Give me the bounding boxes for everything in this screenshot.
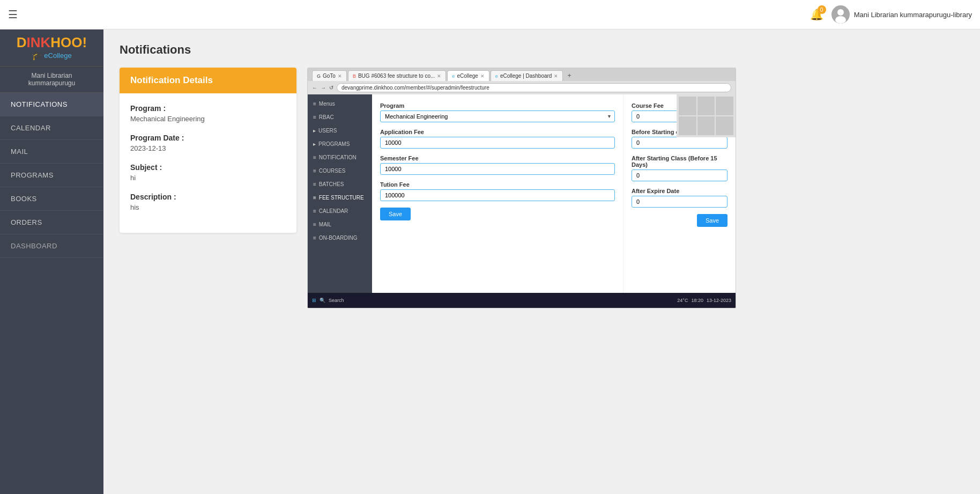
tab-favicon: G — [317, 73, 321, 79]
fee-form-save-button[interactable]: Save — [380, 208, 411, 220]
reload-icon[interactable]: ↺ — [329, 85, 333, 91]
content-area: Notifications Notification Details Progr… — [103, 30, 980, 494]
new-tab-icon[interactable]: + — [564, 71, 574, 80]
sidebar-item-dashboard[interactable]: Dashboard — [0, 234, 103, 258]
ecollege-text: eCollege — [44, 51, 71, 60]
tab-label: BUG #6063 fee structure to co... — [358, 73, 435, 79]
address-input[interactable]: devangprime.dinkhoo.com/member/#/superad… — [337, 83, 731, 92]
grid-cell-1 — [679, 97, 696, 115]
inner-sidebar-programs[interactable]: ▸PROGRAMS — [308, 137, 372, 151]
inner-sidebar-batches[interactable]: ≡BATCHES — [308, 178, 372, 191]
grid-cell-5 — [697, 116, 715, 135]
after-expire-input[interactable] — [632, 196, 727, 208]
notification-bell[interactable]: 🔔 0 — [810, 8, 823, 21]
window-controls-overlay — [677, 94, 736, 137]
fee-form-right-save-button[interactable]: Save — [697, 214, 727, 227]
browser-tab-dashboard[interactable]: e eCollege | Dashboard ✕ — [491, 70, 563, 81]
inner-app: ≡Menus ≡RBAC ▸USERS ▸PROGRAMS — [308, 94, 736, 293]
program-select[interactable]: Mechanical Engineering — [380, 110, 615, 122]
subject-row: Subject : hi — [130, 163, 286, 182]
tab-close-icon[interactable]: ✕ — [554, 73, 558, 79]
inner-sidebar-mail[interactable]: ≡MAIL — [308, 218, 372, 231]
tab-close-icon[interactable]: ✕ — [437, 73, 441, 79]
inner-sidebar-menus[interactable]: ≡Menus — [308, 97, 372, 110]
inner-content-body: Program Mechanical Engineering ▼ — [372, 94, 736, 293]
before-starting-input[interactable] — [632, 137, 727, 149]
program-select-wrapper: Mechanical Engineering ▼ — [380, 110, 615, 122]
navbar: ☰ 🔔 0 Mani Librarian kummarapurugu-libra… — [0, 0, 980, 30]
tab-close-icon[interactable]: ✕ — [338, 73, 342, 79]
logo-ink: INK — [27, 34, 51, 50]
date-display: 13-12-2023 — [707, 298, 731, 303]
inner-sidebar-rbac[interactable]: ≡RBAC — [308, 110, 372, 124]
sidebar-item-mail[interactable]: MAIL — [0, 140, 103, 164]
graduation-hat-icon: 🎓 — [32, 50, 42, 61]
inner-sidebar-users[interactable]: ▸USERS — [308, 124, 372, 137]
menu-toggle-icon[interactable]: ☰ — [8, 8, 18, 21]
notification-details-card: Notification Details Program : Mechanica… — [120, 68, 296, 233]
inner-sidebar-fee-structure[interactable]: ≡FEE STRUCTURE — [308, 191, 372, 204]
after-starting-label: After Starting Class (Before 15 Days) — [632, 155, 727, 168]
screenshot-container: G GoTo ✕ B BUG #6063 fee structure to co… — [307, 68, 736, 308]
inner-sidebar-courses[interactable]: ≡COURSES — [308, 164, 372, 178]
main-layout: DINKHOO! 🎓 eCollege Mani Librarian kumma… — [0, 30, 980, 494]
form-group-app-fee: Application Fee — [380, 129, 615, 149]
semester-fee-input[interactable] — [380, 163, 615, 175]
tab-close-icon[interactable]: ✕ — [480, 73, 485, 79]
semester-fee-label: Semester Fee — [380, 155, 615, 161]
user-name: Mani Librarian kummarapurugu-library — [854, 11, 972, 19]
browser-tab-bug[interactable]: B BUG #6063 fee structure to co... ✕ — [348, 70, 446, 81]
logo-ecollege: 🎓 eCollege — [32, 50, 71, 61]
sidebar-item-notifications[interactable]: NOTIFICATIONS — [0, 93, 103, 116]
program-value: Mechanical Engineering — [130, 115, 286, 123]
windows-icon[interactable]: ⊞ — [312, 298, 316, 303]
fee-form-left: Program Mechanical Engineering ▼ — [372, 94, 623, 293]
sidebar-item-books[interactable]: BOOKS — [0, 187, 103, 211]
inner-sidebar: ≡Menus ≡RBAC ▸USERS ▸PROGRAMS — [308, 94, 372, 293]
after-expire-label: After Expire Date — [632, 188, 727, 194]
inner-sidebar-calendar[interactable]: ≡CALENDAR — [308, 204, 372, 218]
grid-cell-3 — [716, 97, 733, 115]
app-fee-input[interactable] — [380, 137, 615, 149]
sidebar-item-programs[interactable]: PROGRAMS — [0, 164, 103, 187]
screenshot-wrapper: ≡Menus ≡RBAC ▸USERS ▸PROGRAMS — [308, 94, 736, 308]
grid-cell-4 — [679, 116, 696, 135]
sidebar-nav: NOTIFICATIONS CALENDAR MAIL PROGRAMS BOO… — [0, 93, 103, 494]
time-display: 18:20 — [691, 298, 703, 303]
browser-tab-goto[interactable]: G GoTo ✕ — [312, 70, 347, 81]
sidebar-item-calendar[interactable]: CALENDAR — [0, 116, 103, 140]
page-title: Notifications — [120, 43, 964, 57]
tuition-fee-label: Tution Fee — [380, 181, 615, 188]
tab-favicon: B — [353, 73, 356, 79]
form-group-tuition-fee: Tution Fee — [380, 181, 615, 201]
sidebar-item-orders[interactable]: ORDERS — [0, 211, 103, 234]
subject-value: hi — [130, 174, 286, 182]
sidebar-username: Mani Librarian kummarapurugu — [0, 67, 103, 93]
date-label: Program Date : — [130, 134, 286, 142]
form-group-after-expire: After Expire Date — [632, 188, 727, 208]
after-starting-input[interactable] — [632, 169, 727, 181]
notification-card-body: Program : Mechanical Engineering Program… — [120, 93, 296, 233]
logo-hoo: HOO! — [50, 34, 87, 50]
back-icon[interactable]: ← — [312, 85, 317, 91]
form-group-program: Program Mechanical Engineering ▼ — [380, 102, 615, 122]
grid-cell-6 — [716, 116, 733, 135]
app-fee-label: Application Fee — [380, 129, 615, 135]
inner-sidebar-notification[interactable]: ≡NOTIFICATION — [308, 151, 372, 164]
program-row: Program : Mechanical Engineering — [130, 104, 286, 123]
date-row: Program Date : 2023-12-13 — [130, 134, 286, 152]
user-info: Mani Librarian kummarapurugu-library — [831, 5, 972, 24]
content-body: Notification Details Program : Mechanica… — [120, 68, 964, 308]
tuition-fee-input[interactable] — [380, 189, 615, 201]
search-icon: 🔍 — [320, 298, 325, 303]
inner-sidebar-onboarding[interactable]: ≡ON-BOARDING — [308, 231, 372, 245]
logo-d: D — [17, 34, 27, 50]
avatar — [831, 5, 850, 24]
forward-icon[interactable]: → — [321, 85, 326, 91]
browser-tab-ecollege[interactable]: e eCollege ✕ — [447, 70, 489, 81]
program-field-label: Program — [380, 102, 615, 109]
form-group-semester-fee: Semester Fee — [380, 155, 615, 175]
taskbar: ⊞ 🔍 Search 24°C 18:20 13-12-2023 — [308, 293, 736, 308]
tab-favicon: e — [495, 73, 498, 79]
description-value: his — [130, 203, 286, 211]
